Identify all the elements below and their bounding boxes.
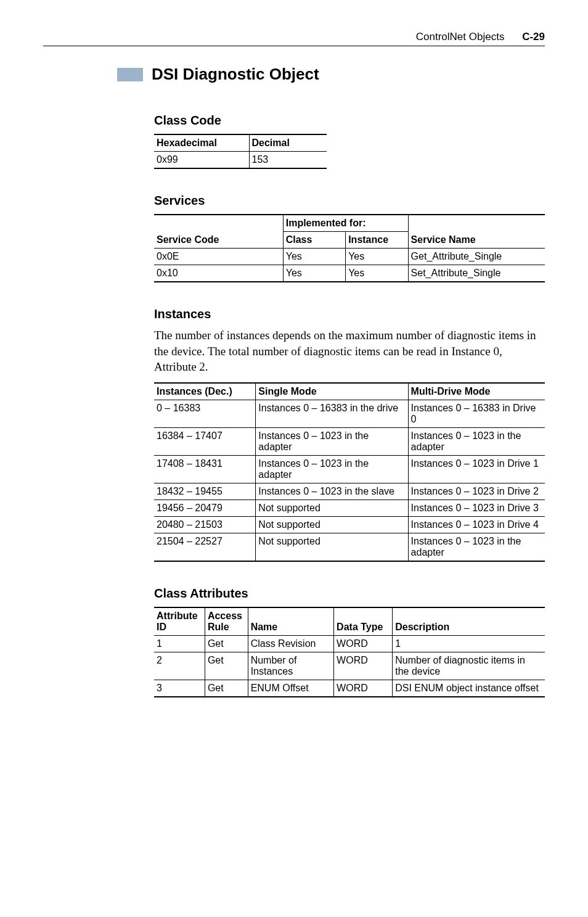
table-row: 17408 – 18431Instances 0 – 1023 in the a…: [154, 455, 545, 483]
instances-section: Instances The number of instances depend…: [154, 307, 545, 562]
cell: Class Revision: [248, 635, 333, 652]
cell: 18432 – 19455: [154, 483, 256, 500]
cell: Instances 0 – 1023 in Drive 1: [408, 455, 545, 483]
col-access-rule: AccessRule: [205, 607, 248, 636]
cell: Yes: [346, 265, 408, 282]
table-row: 0x10 Yes Yes Set_Attribute_Single: [154, 265, 545, 282]
cell: Number of Instances: [248, 652, 333, 680]
col-description: Description: [393, 607, 545, 636]
class-attributes-section: Class Attributes AttributeID AccessRule …: [154, 586, 545, 697]
cell: WORD: [334, 680, 393, 697]
blank-header: [408, 215, 545, 232]
class-code-table: Hexadecimal Decimal 0x99 153: [154, 134, 327, 169]
cell: WORD: [334, 652, 393, 680]
page-title: DSI Diagnostic Object: [152, 65, 319, 84]
services-section: Services Implemented for: Service Code C…: [154, 194, 545, 282]
cell: Yes: [283, 265, 345, 282]
label: Attribute: [157, 611, 198, 621]
cell: Yes: [283, 249, 345, 265]
class-code-heading: Class Code: [154, 113, 545, 128]
label: ID: [157, 622, 166, 632]
table-row: 0x0E Yes Yes Get_Attribute_Single: [154, 249, 545, 265]
label: Access: [208, 611, 242, 621]
header-page-number: C-29: [522, 31, 545, 43]
col-data-type: Data Type: [334, 607, 393, 636]
cell: 19456 – 20479: [154, 500, 256, 516]
cell: Get_Attribute_Single: [408, 249, 545, 265]
table-row: 16384 – 17407Instances 0 – 1023 in the a…: [154, 427, 545, 455]
cell: Set_Attribute_Single: [408, 265, 545, 282]
cell: Not supported: [256, 500, 408, 516]
col-service-name: Service Name: [408, 232, 545, 249]
blank-header: [154, 215, 283, 232]
instances-paragraph: The number of instances depends on the m…: [154, 327, 545, 375]
cell: Not supported: [256, 516, 408, 533]
cell: 16384 – 17407: [154, 427, 256, 455]
col-hexadecimal: Hexadecimal: [154, 134, 249, 152]
cell: Yes: [346, 249, 408, 265]
table-row: 1 Get Class Revision WORD 1: [154, 635, 545, 652]
table-row: 3 Get ENUM Offset WORD DSI ENUM object i…: [154, 680, 545, 697]
cell: 17408 – 18431: [154, 455, 256, 483]
cell: Instances 0 – 1023 in Drive 2: [408, 483, 545, 500]
col-class: Class: [283, 232, 345, 249]
cell: 20480 – 21503: [154, 516, 256, 533]
cell: Instances 0 – 16383 in Drive 0: [408, 400, 545, 427]
table-row: 0 – 16383Instances 0 – 16383 in the driv…: [154, 400, 545, 427]
table-row: 2 Get Number of Instances WORD Number of…: [154, 652, 545, 680]
title-accent-bar: [117, 68, 143, 81]
services-heading: Services: [154, 194, 545, 208]
col-service-code: Service Code: [154, 232, 283, 249]
cell: Instances 0 – 1023 in the adapter: [408, 533, 545, 561]
cell: Get: [205, 680, 248, 697]
header-section: ControlNet Objects: [416, 31, 505, 43]
table-row: 19456 – 20479Not supportedInstances 0 – …: [154, 500, 545, 516]
cell: 0x0E: [154, 249, 283, 265]
cell-dec: 153: [249, 152, 327, 169]
cell: 0 – 16383: [154, 400, 256, 427]
cell: DSI ENUM object instance offset: [393, 680, 545, 697]
cell: WORD: [334, 635, 393, 652]
col-attribute-id: AttributeID: [154, 607, 205, 636]
col-decimal: Decimal: [249, 134, 327, 152]
cell: Instances 0 – 1023 in Drive 3: [408, 500, 545, 516]
cell: ENUM Offset: [248, 680, 333, 697]
instances-heading: Instances: [154, 307, 545, 321]
cell: Get: [205, 652, 248, 680]
cell: Instances 0 – 1023 in Drive 4: [408, 516, 545, 533]
page-header: ControlNet Objects C-29: [43, 31, 545, 46]
class-attributes-heading: Class Attributes: [154, 586, 545, 601]
services-table: Implemented for: Service Code Class Inst…: [154, 214, 545, 282]
col-name: Name: [248, 607, 333, 636]
cell: 21504 – 22527: [154, 533, 256, 561]
class-attributes-table: AttributeID AccessRule Name Data Type De…: [154, 607, 545, 697]
col-instance: Instance: [346, 232, 408, 249]
cell: Instances 0 – 1023 in the adapter: [256, 427, 408, 455]
cell: 1: [393, 635, 545, 652]
cell: Instances 0 – 1023 in the slave: [256, 483, 408, 500]
col-single-mode: Single Mode: [256, 383, 408, 400]
col-multi-drive-mode: Multi-Drive Mode: [408, 383, 545, 400]
class-code-section: Class Code Hexadecimal Decimal 0x99 153: [154, 113, 545, 169]
cell: 2: [154, 652, 205, 680]
cell: Not supported: [256, 533, 408, 561]
cell: Instances 0 – 1023 in the adapter: [256, 455, 408, 483]
table-row: 21504 – 22527Not supportedInstances 0 – …: [154, 533, 545, 561]
cell: 0x10: [154, 265, 283, 282]
label: Rule: [208, 622, 229, 632]
cell: 1: [154, 635, 205, 652]
col-instances-dec: Instances (Dec.): [154, 383, 256, 400]
instances-table: Instances (Dec.) Single Mode Multi-Drive…: [154, 382, 545, 562]
table-row: 18432 – 19455Instances 0 – 1023 in the s…: [154, 483, 545, 500]
cell: Number of diagnostic items in the device: [393, 652, 545, 680]
col-implemented-for: Implemented for:: [283, 215, 408, 232]
cell: Instances 0 – 16383 in the drive: [256, 400, 408, 427]
cell-hex: 0x99: [154, 152, 249, 169]
table-row: 20480 – 21503Not supportedInstances 0 – …: [154, 516, 545, 533]
cell: Instances 0 – 1023 in the adapter: [408, 427, 545, 455]
title-row: DSI Diagnostic Object: [117, 65, 545, 84]
table-row: 0x99 153: [154, 152, 327, 169]
cell: Get: [205, 635, 248, 652]
cell: 3: [154, 680, 205, 697]
